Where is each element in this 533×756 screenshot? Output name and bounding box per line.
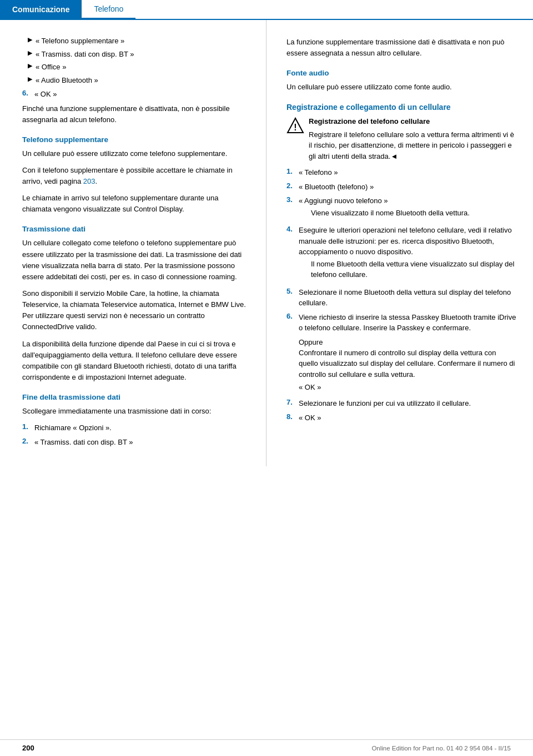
fine-step-2: 2. « Trasmiss. dati con disp. BT » xyxy=(22,437,249,448)
section-fonte-audio: Fonte audio xyxy=(286,69,516,77)
page-number: 200 xyxy=(22,744,34,752)
footer-text: Online Edition for Part no. 01 40 2 954 … xyxy=(371,745,511,752)
bullet-arrow-icon: ▶ xyxy=(28,49,32,57)
fine-trasmissione-intro: Scollegare immediatamente una trasmissio… xyxy=(22,406,249,417)
section-fine-trasmissione: Fine della trasmissione dati xyxy=(22,393,249,401)
list-item: ▶ « Trasmiss. dati con disp. BT » xyxy=(28,49,249,60)
intro-bullet-list: ▶ « Telefono supplementare » ▶ « Trasmis… xyxy=(22,36,249,85)
tab-telefono[interactable]: Telefono xyxy=(82,0,135,19)
list-item: ▶ « Telefono supplementare » xyxy=(28,36,249,47)
finche-paragraph: Finché una funzione supplementare è disa… xyxy=(22,103,249,125)
reg-step-3: 3. « Aggiungi nuovo telefono » Viene vis… xyxy=(286,195,516,221)
header-tabs: Comunicazione Telefono xyxy=(0,0,533,20)
reg-step-7: 7. Selezionare le funzioni per cui va ut… xyxy=(286,398,516,409)
oppure-text: Confrontare il numero di controllo sul d… xyxy=(299,347,516,380)
reg-step-5: 5. Selezionare il nome Bluetooth della v… xyxy=(286,287,516,309)
step-6: 6. « OK » xyxy=(22,89,249,100)
reg-step-8: 8. « OK » xyxy=(286,412,516,424)
bullet-arrow-icon: ▶ xyxy=(28,62,32,69)
right-para1: La funzione supplementare trasmissione d… xyxy=(286,37,516,59)
section-telefono-supp: Telefono supplementare xyxy=(22,135,249,144)
telefono-supp-para1: Un cellulare può essere utilizzato come … xyxy=(22,148,249,159)
oppure-label: Oppure xyxy=(299,338,516,346)
list-item: ▶ « Audio Bluetooth » xyxy=(28,75,249,86)
tab-comunicazione[interactable]: Comunicazione xyxy=(0,0,82,19)
reg-step-4: 4. Eseguire le ulteriori operazioni nel … xyxy=(286,225,516,284)
reg-step-2: 2. « Bluetooth (telefono) » xyxy=(286,182,516,193)
warning-text: Registrazione del telefono cellulare Reg… xyxy=(309,116,516,162)
step6-ok: « OK » xyxy=(299,383,516,391)
bullet-arrow-icon: ▶ xyxy=(28,36,32,43)
bullet-arrow-icon: ▶ xyxy=(28,75,32,83)
telefono-supp-para2: Con il telefono supplementare è possibil… xyxy=(22,165,249,187)
telefono-supp-para3: Le chiamate in arrivo sul telefono suppl… xyxy=(22,193,249,215)
fonte-audio-para: Un cellulare può essere utilizzato come … xyxy=(286,82,516,93)
reg-step-1: 1. « Telefono » xyxy=(286,167,516,178)
svg-text:!: ! xyxy=(294,123,296,132)
section-trasmissione: Trasmissione dati xyxy=(22,225,249,233)
reg-step-6: 6. Viene richiesto di inserire la stessa… xyxy=(286,312,516,395)
trasmissione-para1: Un cellulare collegato come telefono o t… xyxy=(22,238,249,283)
page-content: ▶ « Telefono supplementare » ▶ « Trasmis… xyxy=(0,20,533,466)
page-footer: 200 Online Edition for Part no. 01 40 2 … xyxy=(0,739,533,756)
trasmissione-para2: Sono disponibili il servizio Mobile Care… xyxy=(22,288,249,333)
warning-icon: ! xyxy=(286,117,304,135)
left-column: ▶ « Telefono supplementare » ▶ « Trasmis… xyxy=(0,20,266,466)
list-item: ▶ « Office » xyxy=(28,62,249,73)
trasmissione-para3: La disponibilità della funzione dipende … xyxy=(22,339,249,384)
warning-box: ! Registrazione del telefono cellulare R… xyxy=(286,116,516,162)
right-column: La funzione supplementare trasmissione d… xyxy=(266,20,533,466)
fine-step-1: 1. Richiamare « Opzioni ». xyxy=(22,422,249,434)
section-registrazione: Registrazione e collegamento di un cellu… xyxy=(286,103,516,112)
